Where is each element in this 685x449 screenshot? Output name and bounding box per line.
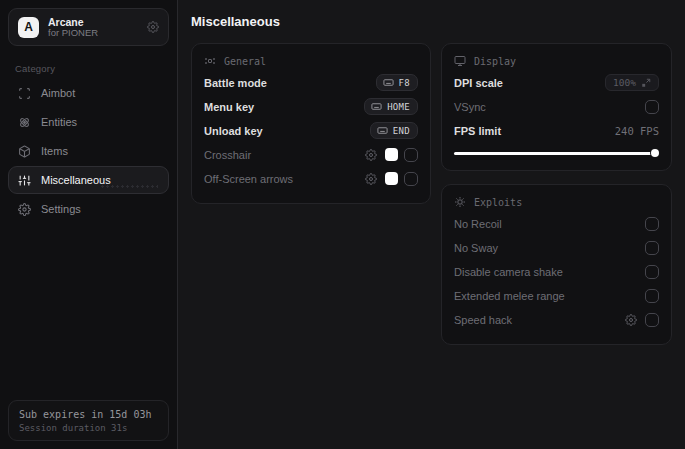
bug-icon: [454, 196, 466, 208]
setting-row-vsync: VSync: [454, 95, 659, 118]
sidebar-item-aimbot[interactable]: Aimbot: [8, 79, 169, 107]
sidebar-item-label: Settings: [41, 203, 81, 215]
keybind-button-unload-key[interactable]: END: [370, 122, 418, 139]
setting-label: Extended melee range: [454, 290, 565, 302]
keyboard-icon: [371, 101, 382, 112]
setting-row-menu-key: Menu key HOME: [204, 95, 418, 118]
display-panel: Display DPI scale 100% VSync: [441, 43, 672, 171]
app-window: A Arcane for PIONER Category Aimbot: [0, 0, 685, 449]
sidebar-item-items[interactable]: Items: [8, 137, 169, 165]
panel-header-label: Exploits: [474, 197, 522, 208]
vsync-checkbox[interactable]: [645, 100, 659, 114]
exploits-panel-header: Exploits: [454, 196, 659, 208]
speed-hack-checkbox[interactable]: [645, 313, 659, 327]
app-logo: A: [18, 17, 39, 38]
no-sway-checkbox[interactable]: [645, 241, 659, 255]
extended-melee-range-checkbox[interactable]: [645, 289, 659, 303]
setting-label: Off-Screen arrows: [204, 173, 293, 185]
keybind-value: F8: [399, 78, 410, 88]
offscreen-arrows-checkbox[interactable]: [404, 172, 418, 186]
setting-label: Crosshair: [204, 149, 251, 161]
setting-row-no-sway: No Sway: [454, 236, 659, 259]
setting-label: DPI scale: [454, 77, 503, 89]
sliders-icon: [18, 174, 31, 187]
category-label: Category: [15, 63, 169, 74]
disable-camera-shake-checkbox[interactable]: [645, 265, 659, 279]
keyboard-icon: [377, 125, 388, 136]
keybind-button-battle-mode[interactable]: F8: [376, 74, 418, 91]
setting-label: Speed hack: [454, 314, 512, 326]
setting-row-battle-mode: Battle mode F8: [204, 71, 418, 94]
app-subtitle: for PIONER: [48, 28, 138, 39]
setting-label: No Recoil: [454, 218, 502, 230]
setting-label: Unload key: [204, 125, 263, 137]
setting-row-no-recoil: No Recoil: [454, 212, 659, 235]
color-swatch[interactable]: [385, 172, 398, 185]
sidebar-item-label: Aimbot: [41, 87, 75, 99]
main-content: Miscellaneous General Battle mode: [177, 0, 685, 449]
setting-label: FPS limit: [454, 125, 501, 137]
dpi-scale-value: 100%: [613, 77, 636, 88]
package-icon: [18, 145, 31, 158]
dpi-scale-button[interactable]: 100%: [605, 74, 659, 91]
slider-knob[interactable]: [651, 149, 659, 157]
setting-label: Battle mode: [204, 77, 267, 89]
sidebar-item-label: Items: [41, 145, 68, 157]
sidebar-item-label: Entities: [41, 116, 77, 128]
gear-icon[interactable]: [625, 314, 637, 326]
general-panel-header: General: [204, 55, 418, 67]
fps-slider-fill: [454, 152, 659, 155]
sidebar: A Arcane for PIONER Category Aimbot: [0, 0, 177, 449]
crosshair-checkbox[interactable]: [404, 148, 418, 162]
gear-icon[interactable]: [365, 173, 377, 185]
sidebar-nav: Aimbot Entities Items Miscellaneous: [8, 79, 169, 223]
keybind-value: HOME: [387, 102, 410, 112]
setting-label: Disable camera shake: [454, 266, 563, 278]
panel-header-label: General: [224, 56, 266, 67]
setting-row-speed-hack: Speed hack: [454, 308, 659, 331]
general-panel: General Battle mode F8 Menu key: [191, 43, 431, 204]
grid-dots-icon: [204, 55, 216, 67]
fps-limit-slider[interactable]: [454, 149, 659, 157]
monitor-icon: [454, 55, 466, 67]
atom-icon: [18, 116, 31, 129]
setting-row-extended-melee-range: Extended melee range: [454, 284, 659, 307]
brand-card[interactable]: A Arcane for PIONER: [8, 8, 169, 46]
color-swatch[interactable]: [385, 148, 398, 161]
scale-icon: [641, 78, 651, 88]
subscription-info-card: Sub expires in 15d 03h Session duration …: [8, 400, 169, 441]
sidebar-item-entities[interactable]: Entities: [8, 108, 169, 136]
setting-row-unload-key: Unload key END: [204, 119, 418, 142]
brand-text: Arcane for PIONER: [48, 16, 138, 39]
sidebar-item-settings[interactable]: Settings: [8, 195, 169, 223]
keybind-button-menu-key[interactable]: HOME: [364, 98, 418, 115]
keyboard-icon: [383, 77, 394, 88]
gear-icon: [18, 203, 31, 216]
session-duration-text: Session duration 31s: [19, 423, 158, 433]
gear-icon[interactable]: [147, 21, 159, 33]
display-panel-header: Display: [454, 55, 659, 67]
page-title: Miscellaneous: [191, 14, 672, 29]
setting-label: VSync: [454, 101, 486, 113]
setting-label: No Sway: [454, 242, 498, 254]
setting-label: Menu key: [204, 101, 254, 113]
exploits-panel: Exploits No Recoil No Sway Disable camer…: [441, 184, 672, 345]
fps-limit-value: 240 FPS: [615, 125, 659, 137]
sub-expiry-text: Sub expires in 15d 03h: [19, 409, 158, 420]
setting-row-dpi-scale: DPI scale 100%: [454, 71, 659, 94]
setting-row-offscreen-arrows: Off-Screen arrows: [204, 167, 418, 190]
panel-header-label: Display: [474, 56, 516, 67]
scan-icon: [18, 87, 31, 100]
gear-icon[interactable]: [365, 149, 377, 161]
setting-row-disable-camera-shake: Disable camera shake: [454, 260, 659, 283]
active-item-dots-texture: [100, 184, 158, 189]
setting-row-fps-limit: FPS limit 240 FPS: [454, 119, 659, 142]
keybind-value: END: [393, 126, 410, 136]
setting-row-crosshair: Crosshair: [204, 143, 418, 166]
sidebar-item-miscellaneous[interactable]: Miscellaneous: [8, 166, 169, 194]
no-recoil-checkbox[interactable]: [645, 217, 659, 231]
app-name: Arcane: [48, 16, 138, 28]
